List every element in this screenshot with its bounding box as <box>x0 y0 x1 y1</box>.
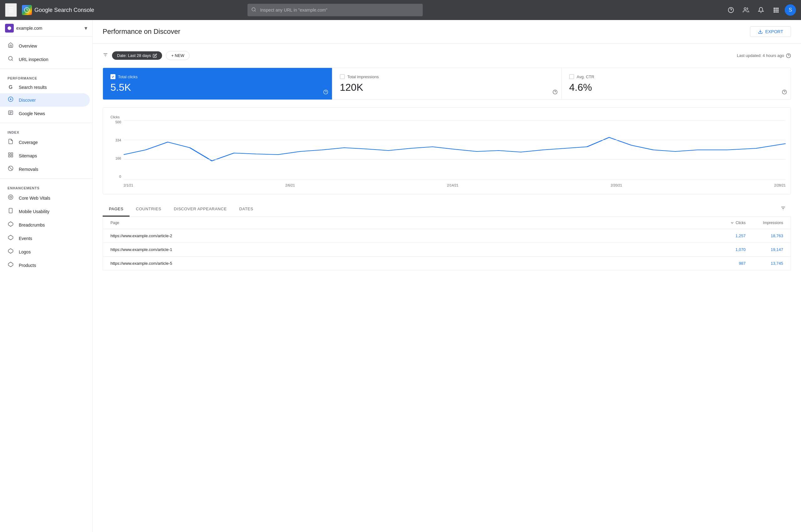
table-row: https://www.example.com/article-1 1,070 … <box>103 243 791 256</box>
sidebar-item-logos[interactable]: Logos <box>0 245 90 259</box>
svg-rect-27 <box>8 155 10 157</box>
sidebar-item-url-inspection[interactable]: URL inspection <box>0 53 90 66</box>
sidebar-item-breadcrumbs[interactable]: Breadcrumbs <box>0 218 90 232</box>
metric-card-total-clicks[interactable]: Total clicks 5.5K <box>103 68 332 99</box>
sidebar-item-discover[interactable]: Discover <box>0 93 90 107</box>
grid-line-top <box>123 120 786 120</box>
sidebar-item-mobile-usability[interactable]: Mobile Usability <box>0 205 90 218</box>
svg-marker-35 <box>8 222 13 227</box>
property-selector[interactable]: example.com ▾ <box>0 20 92 37</box>
users-button[interactable] <box>740 4 752 16</box>
discover-icon <box>7 96 14 103</box>
metric-label-ctr: Avg. CTR <box>577 75 594 79</box>
svg-point-32 <box>10 196 12 198</box>
table-cell-clicks-0[interactable]: 1,257 <box>708 233 746 238</box>
sidebar-item-sitemaps[interactable]: Sitemaps <box>0 149 90 163</box>
tab-countries[interactable]: COUNTRIES <box>130 202 167 216</box>
date-filter-label: Date: Last 28 days <box>117 53 151 58</box>
index-section-title: Index <box>0 126 92 135</box>
sidebar-item-label-coverage: Coverage <box>19 140 38 145</box>
notifications-button[interactable] <box>755 4 767 16</box>
filter-icon[interactable] <box>103 52 108 59</box>
table-cell-impressions-1[interactable]: 19,147 <box>746 247 783 252</box>
tab-discover-appearance[interactable]: DISCOVER APPEARANCE <box>167 202 233 216</box>
date-filter-button[interactable]: Date: Last 28 days <box>112 51 162 60</box>
google-news-icon <box>7 110 14 117</box>
page-header: Performance on Discover EXPORT <box>93 20 801 43</box>
metric-help-impressions[interactable] <box>553 90 557 96</box>
sidebar-item-label-core-web-vitals: Core Web Vitals <box>19 195 50 201</box>
sidebar-item-coverage[interactable]: Coverage <box>0 135 90 149</box>
table-cell-clicks-2[interactable]: 987 <box>708 261 746 266</box>
sidebar-item-search-results[interactable]: G Search results <box>0 81 90 93</box>
sidebar-item-label-overview: Overview <box>19 43 37 49</box>
svg-rect-9 <box>775 10 777 11</box>
sidebar-item-label-url-inspection: URL inspection <box>19 57 48 62</box>
metric-card-avg-ctr[interactable]: Avg. CTR 4.6% <box>561 68 791 99</box>
help-button[interactable] <box>725 4 737 16</box>
svg-rect-8 <box>774 10 775 11</box>
metric-checkbox-ctr[interactable] <box>569 74 574 79</box>
metric-card-total-impressions[interactable]: Total impressions 120K <box>332 68 561 99</box>
metric-value-clicks: 5.5K <box>111 82 324 93</box>
chart-y-tick-0: 0 <box>108 175 123 178</box>
menu-button[interactable]: ☰ <box>5 3 17 17</box>
metric-checkbox-impressions[interactable] <box>340 74 345 79</box>
metric-label-clicks: Total clicks <box>118 75 138 79</box>
chart-x-tick-2: 2/14/21 <box>447 183 459 187</box>
tab-dates[interactable]: DATES <box>233 202 260 216</box>
sidebar-item-removals[interactable]: Removals <box>0 163 90 176</box>
user-avatar[interactable]: S <box>785 4 796 16</box>
svg-rect-7 <box>777 8 779 9</box>
sidebar-item-label-mobile-usability: Mobile Usability <box>19 209 50 214</box>
topnav-icons: S <box>725 4 796 16</box>
metric-checkbox-clicks[interactable] <box>111 74 115 79</box>
tabs-container: PAGES COUNTRIES DISCOVER APPEARANCE DATE… <box>103 202 791 217</box>
chart-plot <box>123 120 786 179</box>
hamburger-icon: ☰ <box>8 6 14 14</box>
table-row: https://www.example.com/article-2 1,257 … <box>103 229 791 243</box>
export-button[interactable]: EXPORT <box>750 26 791 37</box>
sidebar-item-products[interactable]: Products <box>0 259 90 272</box>
apps-button[interactable] <box>770 4 782 16</box>
tabs-filter-button[interactable] <box>775 202 791 216</box>
chart-x-tick-4: 2/28/21 <box>774 183 786 187</box>
sidebar-item-label-discover: Discover <box>19 98 36 103</box>
chart-container: Clicks 500 334 166 0 <box>103 107 791 194</box>
svg-marker-36 <box>8 235 13 240</box>
table-cell-page-2: https://www.example.com/article-5 <box>111 261 708 266</box>
sidebar: example.com ▾ Overview URL inspection <box>0 20 93 532</box>
sidebar-item-events[interactable]: Events <box>0 232 90 245</box>
svg-point-14 <box>7 26 11 30</box>
sidebar-item-label-google-news: Google News <box>19 111 45 116</box>
export-label: EXPORT <box>765 29 783 34</box>
last-updated-help-icon[interactable] <box>786 53 791 58</box>
sidebar-item-label-products: Products <box>19 263 36 268</box>
topnav: ☰ Google Search Console <box>0 0 801 20</box>
chart-y-label: Clicks <box>108 115 786 119</box>
metric-help-clicks[interactable] <box>323 90 328 96</box>
table-cell-impressions-2[interactable]: 13,745 <box>746 261 783 266</box>
table-col-clicks: Clicks <box>708 221 746 225</box>
filter-bar-left: Date: Last 28 days + NEW <box>103 51 190 60</box>
property-name: example.com <box>16 26 82 31</box>
removals-icon <box>7 166 14 173</box>
tab-pages[interactable]: PAGES <box>103 202 130 216</box>
last-updated-text: Last updated: 4 hours ago <box>737 53 784 58</box>
sidebar-item-overview[interactable]: Overview <box>0 39 90 53</box>
new-filter-button[interactable]: + NEW <box>166 51 190 60</box>
home-icon <box>7 42 14 50</box>
metric-card-header-ctr: Avg. CTR <box>569 74 783 79</box>
table-cell-impressions-0[interactable]: 18,763 <box>746 233 783 238</box>
url-search-bar[interactable] <box>248 4 423 16</box>
metric-card-header-clicks: Total clicks <box>111 74 324 79</box>
table-cell-page-1: https://www.example.com/article-1 <box>111 247 708 252</box>
table-cell-clicks-1[interactable]: 1,070 <box>708 247 746 252</box>
search-input[interactable] <box>248 4 423 16</box>
metric-help-ctr[interactable] <box>782 90 787 96</box>
sidebar-item-label-search-results: Search results <box>19 85 46 90</box>
sidebar-item-core-web-vitals[interactable]: Core Web Vitals <box>0 191 90 205</box>
metric-value-ctr: 4.6% <box>569 82 783 93</box>
sidebar-item-google-news[interactable]: Google News <box>0 107 90 120</box>
performance-section-title: Performance <box>0 71 92 81</box>
